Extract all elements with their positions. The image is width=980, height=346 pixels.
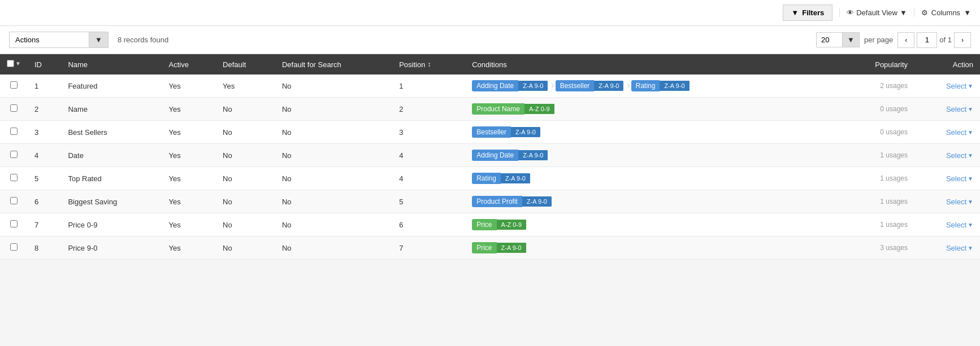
table-row: 2NameYesNoNo2Product NameA-Z 0-90 usages…	[0, 98, 980, 121]
chevron-down-icon: ▼	[968, 199, 973, 205]
header-position[interactable]: Position ↕	[392, 54, 465, 75]
row-active: Yes	[162, 75, 216, 98]
per-page-label: per page	[864, 36, 893, 44]
row-active: Yes	[162, 121, 216, 144]
prev-page-button[interactable]: ‹	[897, 32, 914, 48]
table-row: 4DateYesNoNo4Adding DateZ-A 9-01 usagesS…	[0, 144, 980, 167]
row-position: 1	[392, 75, 465, 98]
condition-pill: Product NameA-Z 0-9	[472, 103, 554, 115]
condition-badge: Z-A 9-0	[511, 127, 540, 137]
select-button[interactable]: Select ▼	[946, 105, 973, 113]
select-button[interactable]: Select ▼	[946, 151, 973, 160]
row-checkbox[interactable]	[10, 197, 18, 204]
condition-badge: Z-A 9-0	[522, 196, 552, 207]
condition-badge: A-Z 0-9	[497, 220, 527, 230]
row-checkbox[interactable]	[10, 174, 18, 181]
row-conditions: RatingZ-A 9-0	[465, 167, 840, 190]
row-conditions: BestsellerZ-A 9-0	[465, 121, 840, 144]
per-page-dropdown[interactable]: 20	[817, 33, 842, 47]
row-name: Featured	[61, 75, 162, 98]
row-name: Date	[61, 144, 162, 167]
actions-dropdown-arrow[interactable]: ▼	[89, 32, 108, 47]
select-button[interactable]: Select ▼	[946, 174, 973, 183]
condition-label: Product Profit	[472, 196, 522, 207]
row-active: Yes	[162, 167, 216, 190]
row-checkbox[interactable]	[10, 243, 18, 251]
header-conditions: Conditions	[465, 54, 840, 75]
eye-icon: 👁	[847, 8, 854, 17]
select-button[interactable]: Select ▼	[946, 128, 973, 137]
records-count: 8 records found	[118, 36, 168, 44]
row-default-search: No	[275, 98, 392, 121]
row-popularity: 0 usages	[840, 121, 914, 144]
row-active: Yes	[162, 236, 216, 260]
row-checkbox[interactable]	[10, 128, 18, 135]
row-checkbox-cell	[0, 236, 28, 260]
select-all-checkbox[interactable]	[7, 60, 14, 67]
columns-button[interactable]: ⚙ Columns ▼	[921, 8, 971, 17]
row-default-search: No	[275, 121, 392, 144]
condition-badge: Z-A 9-0	[518, 81, 548, 91]
row-name: Top Rated	[61, 167, 162, 190]
row-default: No	[216, 167, 275, 190]
row-checkbox-cell	[0, 213, 28, 236]
chevron-down-icon: ▼	[968, 152, 973, 159]
view-selector[interactable]: 👁 Default View ▼	[839, 8, 914, 17]
row-action-cell: Select ▼	[914, 98, 980, 121]
row-position: 4	[392, 167, 465, 190]
row-checkbox-cell	[0, 75, 28, 98]
row-id: 8	[28, 236, 62, 260]
row-action-cell: Select ▼	[914, 236, 980, 260]
row-default-search: No	[275, 213, 392, 236]
row-default: No	[216, 236, 275, 260]
row-popularity: 1 usages	[840, 190, 914, 213]
row-active: Yes	[162, 98, 216, 121]
condition-pill: Adding DateZ-A 9-0	[472, 150, 548, 161]
table-row: 1FeaturedYesYesNo1Adding DateZ-A 9-0›Bes…	[0, 75, 980, 98]
condition-pill: BestsellerZ-A 9-0	[472, 126, 540, 138]
per-page-dropdown-arrow[interactable]: ▼	[842, 33, 859, 47]
row-name: Biggest Saving	[61, 190, 162, 213]
actions-dropdown[interactable]: Actions	[10, 32, 89, 47]
chevron-down-icon: ▼	[968, 245, 973, 251]
filters-button[interactable]: ▼ Filters	[783, 5, 832, 21]
select-button[interactable]: Select ▼	[946, 221, 973, 229]
toolbar: Actions ▼ 8 records found 20 ▼ per page …	[0, 26, 980, 54]
row-checkbox-cell	[0, 190, 28, 213]
table-row: 6Biggest SavingYesNoNo5Product ProfitZ-A…	[0, 190, 980, 213]
row-default: Yes	[216, 75, 275, 98]
condition-label: Product Name	[472, 103, 524, 115]
select-button[interactable]: Select ▼	[946, 82, 973, 90]
condition-arrow-icon: ›	[551, 80, 554, 90]
condition-pill: Adding DateZ-A 9-0	[472, 80, 548, 91]
header-chevron-icon[interactable]: ▼	[15, 60, 21, 67]
header-name: Name	[61, 54, 162, 75]
condition-badge: Z-A 9-0	[594, 81, 623, 91]
chevron-down-icon: ▼	[968, 106, 973, 112]
row-default: No	[216, 98, 275, 121]
row-checkbox[interactable]	[10, 81, 18, 89]
select-button[interactable]: Select ▼	[946, 244, 973, 252]
row-checkbox[interactable]	[10, 104, 18, 112]
header-action: Action	[914, 54, 980, 75]
header-checkbox-col: ▼	[0, 54, 28, 75]
row-action-cell: Select ▼	[914, 144, 980, 167]
row-popularity: 1 usages	[840, 213, 914, 236]
row-checkbox[interactable]	[10, 220, 18, 227]
page-total: of 1	[939, 36, 952, 44]
per-page-select[interactable]: 20 ▼	[816, 32, 860, 47]
page-input[interactable]	[917, 32, 937, 48]
condition-pill: PriceZ-A 9-0	[472, 242, 526, 253]
row-default-search: No	[275, 167, 392, 190]
next-page-button[interactable]: ›	[954, 32, 971, 48]
row-checkbox[interactable]	[10, 151, 18, 158]
row-active: Yes	[162, 213, 216, 236]
header-default-search: Default for Search	[275, 54, 392, 75]
select-button[interactable]: Select ▼	[946, 198, 973, 206]
table-row: 5Top RatedYesNoNo4RatingZ-A 9-01 usagesS…	[0, 167, 980, 190]
toolbar-right: 20 ▼ per page ‹ of 1 ›	[816, 32, 971, 48]
actions-select[interactable]: Actions ▼	[9, 32, 109, 48]
chevron-down-icon: ▼	[968, 83, 973, 89]
row-conditions: PriceZ-A 9-0	[465, 236, 840, 260]
condition-badge: Z-A 9-0	[497, 243, 526, 253]
